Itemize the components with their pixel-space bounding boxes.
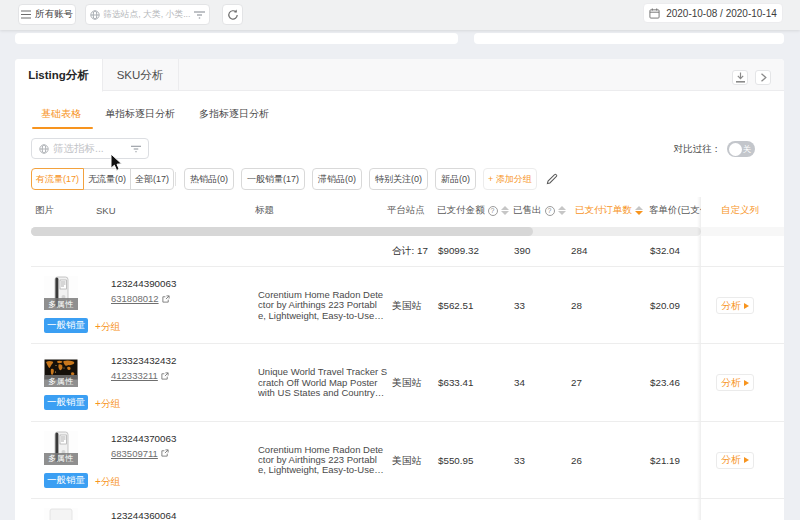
all-accounts-button[interactable]: 所有账号 [18,4,76,25]
edit-groups-icon[interactable] [546,173,558,185]
date-range-button[interactable]: 2020-10-08 / 2020-10-14 [643,3,783,23]
external-link-icon [161,449,169,457]
paid-amount-value: $562.51 [438,300,473,311]
compare-past: 对比过往： 关 [674,141,756,157]
sku-value: 123323432432 [111,355,176,366]
globe-icon [39,144,49,154]
col-header-custom-columns[interactable]: 自定义列 [721,204,759,217]
sku-link[interactable]: 631808012 [111,293,170,304]
play-icon [744,380,749,386]
sku-link[interactable]: 412333211 [111,370,169,381]
title-line: cratch Off World Map Poster [258,378,390,388]
chip-new-products[interactable]: 新品(0) [435,168,476,190]
sales-tag[interactable]: 一般销量 [44,473,88,488]
site-value: 美国站 [392,377,421,390]
sold-value: 34 [514,377,525,388]
sold-value: 33 [514,300,525,311]
subtab-single-metric-daily[interactable]: 单指标逐日分析 [96,99,184,128]
sales-tag[interactable]: 一般销量 [44,318,88,333]
product-image[interactable]: 多属性 [44,431,78,465]
col-header-label: 自定义列 [721,204,759,217]
product-title: Corentium Home Radon Dete ctor by Airthi… [258,290,390,321]
site-value: 美国站 [392,300,421,313]
group-chips: 热销品(0) 一般销量(17) 滞销品(0) 特别关注(0) 新品(0) + 添… [184,168,558,190]
traffic-filter-all[interactable]: 全部(17) [130,168,174,190]
col-header-title: 标题 [255,204,274,217]
chip-special-watch[interactable]: 特别关注(0) [369,168,428,190]
sku-link-label: 683509711 [111,448,158,459]
sales-tag[interactable]: 一般销量 [44,395,88,410]
chip-normal-sales[interactable]: 一般销量(17) [241,168,305,190]
summary-paid-amount: $9099.32 [438,245,479,256]
col-header-unit-price[interactable]: 客单价(已支付 [649,204,701,217]
title-line: e, Lightweight, Easy-to-Use… [258,465,390,475]
switch-state-label: 关 [743,145,752,154]
download-button[interactable] [732,70,748,85]
hamburger-icon [21,10,31,19]
scrollbar-thumb[interactable] [31,227,533,236]
sku-value: 123244390063 [111,278,176,289]
product-title: Unique World Travel Tracker S cratch Off… [258,367,390,398]
download-icon [735,72,746,83]
product-image[interactable]: 多属性 [44,276,78,310]
analyze-button-label: 分析 [721,299,741,313]
sort-carets [501,206,509,215]
col-header-label: 已支付订单数 [575,204,632,217]
title-line: e, Lightweight, Easy-to-Use… [258,311,390,321]
col-header-sku: SKU [96,204,116,217]
chip-slow-movers[interactable]: 滞销品(0) [312,168,362,190]
sku-value: 123244360064 [111,510,176,520]
paid-orders-value: 27 [571,377,582,388]
all-accounts-label: 所有账号 [35,8,73,21]
summary-sold: 390 [514,245,530,256]
image-badge: 多属性 [44,453,78,465]
image-badge: 多属性 [44,298,78,310]
table-horizontal-scrollbar[interactable] [31,227,701,236]
unit-price-value: $23.46 [650,377,680,388]
col-header-label: 图片 [35,204,54,217]
subtab-multi-metric-daily[interactable]: 多指标逐日分析 [190,99,278,128]
col-header-paid-amount[interactable]: 已支付金额 ? [437,204,509,217]
row-add-group[interactable]: +分组 [95,397,121,411]
tab-sku-analysis-label: SKU分析 [117,68,164,83]
group-filter-row: 有流量(17) 无流量(0) 全部(17) 热销品(0) 一般销量(17) 滞销… [31,168,771,190]
tab-sku-analysis[interactable]: SKU分析 [102,59,179,91]
site-filter-input[interactable]: 筛选站点, 大类, 小类... [85,4,210,25]
refresh-button[interactable] [222,4,243,25]
row-add-group[interactable]: +分组 [95,320,121,334]
traffic-filter-no-traffic[interactable]: 无流量(0) [83,168,131,190]
unit-price-value: $21.19 [650,455,680,466]
chip-hot-sellers[interactable]: 热销品(0) [184,168,234,190]
analyze-button[interactable]: 分析 [716,374,754,391]
collapse-button[interactable] [755,70,771,85]
metric-filter-input[interactable]: 筛选指标... [31,138,149,159]
col-header-paid-orders[interactable]: 已支付订单数 [575,204,643,217]
product-image[interactable] [44,508,78,520]
traffic-filter-has-traffic[interactable]: 有流量(17) [31,168,84,190]
site-filter-placeholder: 筛选站点, 大类, 小类... [103,9,191,21]
add-group-button[interactable]: + 添加分组 [483,168,537,190]
col-header-label: 客单价(已支付 [649,204,701,217]
sort-carets [558,206,566,215]
compare-past-label: 对比过往： [674,143,722,156]
play-icon [744,457,749,463]
site-value: 美国站 [392,455,421,468]
paid-orders-value: 28 [571,300,582,311]
analyze-button[interactable]: 分析 [716,297,754,314]
upper-card-left [15,33,458,44]
row-add-group[interactable]: +分组 [95,475,121,489]
col-header-label: SKU [96,205,116,216]
paid-orders-value: 26 [571,455,582,466]
analyze-button[interactable]: 分析 [716,452,754,469]
subtabs: 基础表格 单指标逐日分析 多指标逐日分析 [32,99,278,128]
subtab-basic-table[interactable]: 基础表格 [32,99,90,128]
sku-link[interactable]: 683509711 [111,448,169,459]
col-header-sold[interactable]: 已售出 ? [513,204,566,217]
traffic-filter-group: 有流量(17) 无流量(0) 全部(17) [31,168,174,190]
product-image[interactable]: 多属性 [44,353,78,387]
tab-listing-analysis[interactable]: Listing分析 [15,59,103,92]
top-toolbar: 所有账号 筛选站点, 大类, 小类... 2020-10-08 / 2020-1… [0,0,800,30]
globe-icon [90,10,100,20]
compare-switch[interactable]: 关 [727,141,755,157]
sort-carets [635,206,643,215]
